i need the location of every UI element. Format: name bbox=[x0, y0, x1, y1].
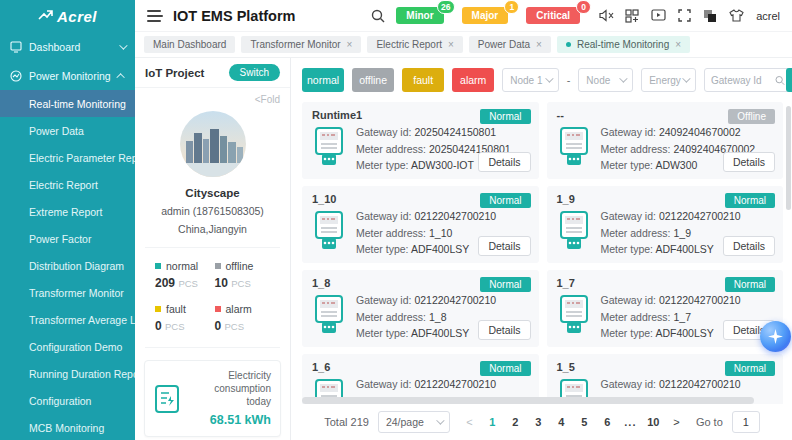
apps-icon[interactable] bbox=[624, 8, 640, 24]
sidebar-item-real-time-monitoring[interactable]: Real-time Monitoring bbox=[0, 90, 135, 117]
page-number[interactable]: 10 bbox=[643, 411, 664, 433]
stat-label: fault bbox=[166, 303, 186, 315]
tab-power-data[interactable]: Power Data× bbox=[469, 36, 551, 53]
meter-icon bbox=[312, 126, 346, 168]
sidebar-item-transformer-average-load[interactable]: Transformer Average Loa... bbox=[0, 306, 135, 333]
gateway-label: Gateway id: bbox=[356, 126, 411, 138]
type-row: Meter type: ADF400LSY bbox=[356, 325, 496, 342]
app-header: Acrel IOT EMS Platform Minor 26 Major 1 … bbox=[0, 0, 792, 32]
gateway-value: 02122042700210 bbox=[414, 210, 496, 222]
page-size-select[interactable]: 24/page bbox=[378, 411, 450, 433]
fullscreen-icon[interactable] bbox=[676, 8, 692, 24]
filter-offline-button[interactable]: offline bbox=[352, 68, 394, 92]
close-icon[interactable]: × bbox=[536, 39, 542, 50]
filter-normal-button[interactable]: normal bbox=[302, 68, 344, 92]
sidebar-item-power-monitoring[interactable]: Power Monitoring bbox=[0, 61, 135, 90]
pagination-bar: Total 219 24/page < 1 2 3 4 5 6 ... 10 >… bbox=[292, 404, 792, 440]
critical-alarm-badge[interactable]: Critical 0 bbox=[526, 7, 580, 24]
close-icon[interactable]: × bbox=[347, 39, 353, 50]
next-page-button[interactable]: > bbox=[666, 411, 687, 433]
sidebar-item-configuration[interactable]: Configuration bbox=[0, 387, 135, 414]
theme-icon[interactable] bbox=[702, 8, 718, 24]
page-number[interactable]: 3 bbox=[528, 411, 549, 433]
details-button[interactable]: Details bbox=[478, 236, 530, 256]
major-alarm-badge[interactable]: Major 1 bbox=[462, 7, 509, 24]
search-icon[interactable] bbox=[370, 8, 386, 24]
sidebar-item-running-duration-report[interactable]: Running Duration Report bbox=[0, 360, 135, 387]
gateway-label: Gateway id: bbox=[356, 378, 411, 390]
page-number[interactable]: 2 bbox=[505, 411, 526, 433]
page-number[interactable]: 6 bbox=[597, 411, 618, 433]
ai-assistant-button[interactable] bbox=[760, 321, 791, 352]
active-tab-dot bbox=[566, 42, 571, 47]
sidebar-item-mcb-monitoring[interactable]: MCB Monitoring bbox=[0, 414, 135, 440]
sidebar-item-power-data[interactable]: Power Data bbox=[0, 117, 135, 144]
range-dash: - bbox=[567, 74, 571, 86]
page-title: IOT EMS Platform bbox=[173, 8, 295, 24]
switch-project-button[interactable]: Switch bbox=[229, 64, 280, 81]
close-icon[interactable]: × bbox=[675, 39, 681, 50]
details-button[interactable]: Details bbox=[478, 152, 530, 172]
gateway-search-input[interactable] bbox=[711, 75, 771, 86]
sidebar-item-dashboard[interactable]: Dashboard bbox=[0, 32, 135, 61]
prev-page-button[interactable]: < bbox=[459, 411, 480, 433]
node-to-select[interactable]: Node bbox=[578, 68, 633, 92]
sidebar-item-electric-parameter-report[interactable]: Electric Parameter Report bbox=[0, 144, 135, 171]
gateway-value: 02122042700210 bbox=[414, 294, 496, 306]
details-button[interactable]: Details bbox=[723, 236, 775, 256]
filter-alarm-button[interactable]: alarm bbox=[452, 68, 494, 92]
horizontal-scrollbar[interactable] bbox=[302, 397, 754, 404]
tab-electric-report[interactable]: Electric Report× bbox=[367, 36, 462, 53]
vertical-scrollbar[interactable] bbox=[786, 106, 791, 210]
sidebar-item-configuration-demo[interactable]: Configuration Demo bbox=[0, 333, 135, 360]
gateway-row: Gateway id: 20250424150801 bbox=[356, 124, 511, 141]
stat-unit: PCS bbox=[231, 278, 251, 289]
sidebar-item-transformer-monitor[interactable]: Transformer Monitor bbox=[0, 279, 135, 306]
pager: < 1 2 3 4 5 6 ... 10 > bbox=[459, 411, 687, 433]
filter-toolbar: normal offline fault alarm Node 1 - Node… bbox=[302, 68, 792, 92]
clipped-search-button[interactable] bbox=[786, 68, 792, 92]
sidebar-collapse-icon[interactable] bbox=[147, 10, 163, 22]
type-label: Meter type: bbox=[601, 327, 654, 339]
tab-transformer-monitor[interactable]: Transformer Monitor× bbox=[241, 36, 361, 53]
status-badge: Normal bbox=[725, 193, 775, 208]
sidebar-item-extreme-report[interactable]: Extreme Report bbox=[0, 198, 135, 225]
page-number[interactable]: 5 bbox=[574, 411, 595, 433]
filter-fault-button[interactable]: fault bbox=[402, 68, 444, 92]
device-card: 1_9 Normal Gateway id: 02122042700210 Me… bbox=[547, 186, 784, 263]
alarm-legend-swatch bbox=[215, 306, 221, 312]
gateway-search-box[interactable] bbox=[704, 68, 792, 92]
page-number[interactable]: 4 bbox=[551, 411, 572, 433]
node-from-select[interactable]: Node 1 bbox=[502, 68, 558, 92]
sidebar-item-electric-report[interactable]: Electric Report bbox=[0, 171, 135, 198]
sidebar-item-label: Dashboard bbox=[29, 41, 112, 53]
sidebar-item-distribution-diagram[interactable]: Distribution Diagram bbox=[0, 252, 135, 279]
tab-real-time-monitoring[interactable]: Real-time Monitoring× bbox=[557, 36, 690, 53]
page-number[interactable]: 1 bbox=[482, 411, 503, 433]
address-value: 1_7 bbox=[673, 311, 691, 323]
pages-ellipsis[interactable]: ... bbox=[620, 411, 641, 433]
consumption-title: Electricity consumption today bbox=[188, 369, 271, 408]
mute-icon[interactable] bbox=[598, 8, 614, 24]
gateway-value: 02122042700210 bbox=[414, 378, 496, 390]
minor-alarm-badge[interactable]: Minor 26 bbox=[396, 7, 443, 24]
skin-icon[interactable] bbox=[728, 8, 744, 24]
details-button[interactable]: Details bbox=[723, 152, 775, 172]
close-icon[interactable]: × bbox=[448, 39, 454, 50]
sidebar-item-power-factor[interactable]: Power Factor bbox=[0, 225, 135, 252]
energy-value: Energy bbox=[649, 75, 681, 86]
goto-page-input[interactable] bbox=[732, 411, 760, 433]
project-name: Cityscape bbox=[135, 187, 290, 199]
stat-label: normal bbox=[166, 260, 198, 272]
energy-select[interactable]: Energy bbox=[641, 68, 696, 92]
details-button[interactable]: Details bbox=[478, 320, 530, 340]
fold-panel-link[interactable]: <Fold bbox=[135, 88, 290, 107]
tab-main-dashboard[interactable]: Main Dashboard bbox=[144, 36, 235, 53]
type-label: Meter type: bbox=[601, 243, 654, 255]
screencast-icon[interactable] bbox=[650, 8, 666, 24]
brand-logo-text: Acrel bbox=[57, 8, 97, 25]
chevron-down-icon bbox=[682, 74, 690, 82]
gateway-row: Gateway id: 02122042700210 bbox=[601, 376, 741, 393]
username[interactable]: acrel bbox=[756, 10, 780, 22]
stat-unit: PCS bbox=[225, 321, 245, 332]
